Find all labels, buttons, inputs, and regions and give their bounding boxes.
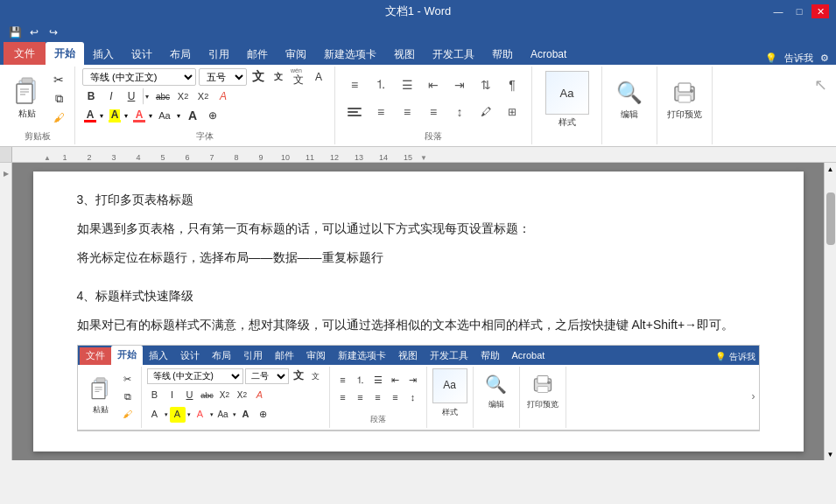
decrease-indent-button[interactable]: ⇤ bbox=[421, 73, 446, 97]
strikethrough-button[interactable]: abc bbox=[154, 88, 172, 105]
emb-char-color-button[interactable]: A bbox=[193, 407, 208, 423]
bullets-button[interactable]: ≡ bbox=[342, 73, 367, 97]
emb-highlight-button[interactable]: A bbox=[170, 407, 186, 423]
emb-char-spacing-btn[interactable]: Aa bbox=[215, 407, 231, 423]
styles-button[interactable]: Aa 样式 bbox=[547, 68, 587, 131]
tab-review[interactable]: 审阅 bbox=[277, 44, 315, 65]
emb-align-center-button[interactable]: ≡ bbox=[353, 390, 369, 406]
emb-strikethrough-button[interactable]: abc bbox=[200, 388, 215, 403]
emb-font-name-select[interactable]: 等线 (中文正文) bbox=[147, 368, 243, 384]
tab-acrobat[interactable]: Acrobat bbox=[522, 44, 575, 65]
emb-numbering-button[interactable]: ⒈ bbox=[353, 373, 369, 388]
multilevel-button[interactable]: ☰ bbox=[395, 73, 419, 97]
tab-developer[interactable]: 开发工具 bbox=[424, 44, 483, 65]
font-size-select[interactable]: 五号 bbox=[199, 68, 247, 86]
emb-tab-references[interactable]: 引用 bbox=[237, 347, 269, 365]
tab-layout[interactable]: 布局 bbox=[161, 44, 200, 65]
text-effects-button[interactable]: A bbox=[214, 88, 232, 105]
emb-tab-home[interactable]: 开始 bbox=[111, 346, 143, 365]
emb-effects-button[interactable]: A bbox=[252, 388, 268, 403]
save-qat-button[interactable]: 💾 bbox=[7, 24, 23, 40]
scroll-thumb[interactable] bbox=[826, 192, 835, 245]
vertical-scrollbar[interactable]: ▲ ▼ bbox=[824, 163, 836, 460]
align-center-button[interactable]: ≡ bbox=[369, 100, 393, 124]
char-color-button[interactable]: A bbox=[131, 108, 147, 124]
tab-view[interactable]: 视图 bbox=[385, 44, 424, 65]
align-right-button[interactable]: ≡ bbox=[395, 100, 419, 124]
tab-new-tab[interactable]: 新建选项卡 bbox=[315, 44, 385, 65]
emb-ii-button[interactable]: ⇥ bbox=[405, 373, 421, 388]
tell-me-input[interactable]: 告诉我 bbox=[784, 52, 813, 65]
emb-print-preview-button[interactable]: 打印预览 bbox=[525, 368, 560, 416]
emb-tab-new[interactable]: 新建选项卡 bbox=[332, 347, 392, 365]
emb-superscript-button[interactable]: X2 bbox=[235, 388, 250, 403]
emb-tab-design[interactable]: 设计 bbox=[174, 347, 206, 365]
emb-copy-button[interactable]: ⧉ bbox=[120, 389, 136, 405]
redo-qat-button[interactable]: ↪ bbox=[46, 24, 61, 40]
emb-tab-help[interactable]: 帮助 bbox=[474, 347, 506, 365]
increase-indent-button[interactable]: ⇥ bbox=[447, 73, 472, 97]
dropdown-arrow-underline[interactable]: ▾ bbox=[143, 88, 151, 105]
copy-button[interactable]: ⧉ bbox=[50, 90, 67, 108]
borders-button[interactable]: ⊞ bbox=[500, 100, 524, 124]
font-color-button[interactable]: A bbox=[82, 108, 98, 124]
emb-underline-button[interactable]: U bbox=[182, 388, 198, 403]
emb-tell-me-text[interactable]: 告诉我 bbox=[729, 349, 755, 365]
emb-font-color-button[interactable]: A bbox=[147, 407, 163, 423]
tab-insert[interactable]: 插入 bbox=[84, 44, 123, 65]
emb-justify-button[interactable]: ≡ bbox=[388, 390, 404, 406]
big-a-button[interactable]: A bbox=[184, 107, 201, 124]
editing-button[interactable]: 🔍 编辑 bbox=[609, 72, 650, 128]
maximize-button[interactable]: □ bbox=[790, 4, 808, 18]
print-preview-button[interactable]: 打印预览 bbox=[664, 72, 705, 128]
format-painter-button[interactable]: 🖌 bbox=[50, 109, 67, 127]
font-grow-button[interactable]: 文 bbox=[249, 68, 267, 86]
emb-circle-button[interactable]: ⊕ bbox=[256, 407, 271, 423]
emb-bullets-button[interactable]: ≡ bbox=[335, 373, 351, 388]
phonetic-button[interactable]: wén 文 bbox=[290, 68, 307, 86]
font-name-select[interactable]: 等线 (中文正文) bbox=[82, 68, 196, 86]
emb-tab-insert[interactable]: 插入 bbox=[143, 347, 174, 365]
emb-tab-file[interactable]: 文件 bbox=[80, 347, 111, 365]
emb-shrink-button[interactable]: 文 bbox=[308, 368, 324, 384]
emb-tab-layout[interactable]: 布局 bbox=[206, 347, 237, 365]
close-button[interactable]: ✕ bbox=[811, 4, 829, 18]
emb-editing-button[interactable]: 🔍 编辑 bbox=[479, 368, 514, 416]
emb-align-left-button[interactable]: ≡ bbox=[335, 390, 351, 406]
caps-button[interactable]: A bbox=[310, 68, 327, 86]
emb-linespacing-button[interactable]: ↕ bbox=[405, 390, 421, 406]
emb-bold-button[interactable]: B bbox=[147, 388, 163, 403]
emb-ml-button[interactable]: ☰ bbox=[370, 373, 386, 388]
sort-button[interactable]: ⇅ bbox=[474, 73, 498, 97]
emb-tab-review[interactable]: 审阅 bbox=[300, 347, 332, 365]
emb-bigA-button[interactable]: A bbox=[238, 407, 254, 423]
emb-paste-button[interactable]: 粘贴 bbox=[83, 373, 118, 421]
char-color-dropdown[interactable]: ▾ bbox=[148, 112, 153, 120]
align-left-button[interactable] bbox=[342, 100, 367, 124]
underline-button[interactable]: U bbox=[123, 88, 140, 105]
emb-tab-acrobat[interactable]: Acrobat bbox=[506, 347, 551, 365]
emb-di-button[interactable]: ⇤ bbox=[388, 373, 404, 388]
emb-cc-arrow[interactable]: ▾ bbox=[210, 410, 214, 421]
emb-tab-mailings[interactable]: 邮件 bbox=[269, 347, 300, 365]
share-button[interactable]: ⚙ bbox=[820, 52, 829, 64]
line-spacing-button[interactable]: ↕ bbox=[447, 100, 472, 124]
superscript-button[interactable]: X2 bbox=[194, 88, 212, 105]
cut-button[interactable]: ✂ bbox=[50, 71, 67, 88]
char-spacing-button[interactable]: Aa bbox=[156, 107, 173, 124]
emb-font-size-select[interactable]: 二号 bbox=[245, 368, 289, 384]
shading-button[interactable]: 🖍 bbox=[474, 100, 498, 124]
emb-cs-arrow[interactable]: ▾ bbox=[233, 410, 236, 421]
font-color-dropdown[interactable]: ▾ bbox=[99, 112, 104, 120]
paste-button[interactable]: 粘贴 bbox=[7, 71, 47, 127]
undo-qat-button[interactable]: ↩ bbox=[26, 24, 42, 40]
highlight-button[interactable]: A bbox=[107, 108, 123, 124]
emb-format-painter-button[interactable]: 🖌 bbox=[120, 407, 136, 423]
scroll-down-button[interactable]: ▼ bbox=[825, 448, 837, 460]
tab-references[interactable]: 引用 bbox=[200, 44, 238, 65]
emb-italic-button[interactable]: I bbox=[165, 388, 180, 403]
minimize-button[interactable]: — bbox=[769, 4, 787, 18]
emb-align-right-button[interactable]: ≡ bbox=[370, 390, 386, 406]
scroll-up-button[interactable]: ▲ bbox=[825, 163, 837, 175]
emb-styles-button[interactable]: Aa 样式 bbox=[432, 368, 467, 419]
